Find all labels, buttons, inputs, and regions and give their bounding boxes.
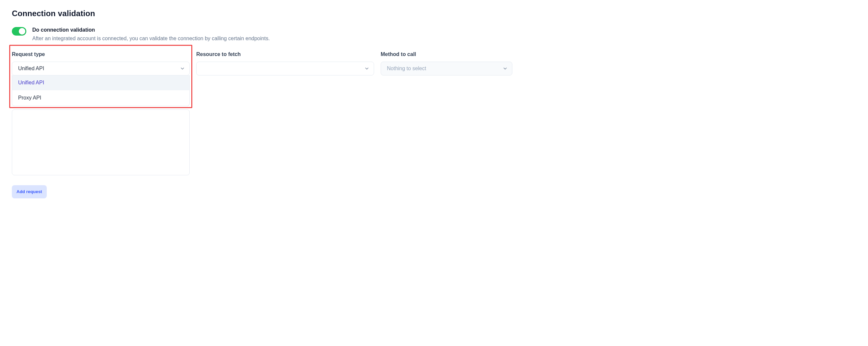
add-request-button[interactable]: Add request bbox=[12, 185, 47, 198]
toggle-description: After an integrated account is connected… bbox=[32, 35, 270, 42]
toggle-label: Do connection validation bbox=[32, 26, 270, 34]
request-type-dropdown: Unified API Proxy API bbox=[12, 75, 190, 106]
toggle-text: Do connection validation After an integr… bbox=[32, 26, 270, 42]
request-type-option-proxy[interactable]: Proxy API bbox=[12, 90, 189, 106]
chevron-down-icon bbox=[502, 65, 508, 71]
resource-to-fetch-column: Resource to fetch bbox=[196, 51, 374, 75]
request-type-selected-value: Unified API bbox=[18, 65, 44, 72]
method-to-call-select: Nothing to select bbox=[381, 62, 513, 76]
request-body-box[interactable] bbox=[12, 109, 190, 175]
fields-row: Request type Unified API Unified API Pro… bbox=[12, 51, 856, 106]
connection-validation-toggle[interactable] bbox=[12, 27, 26, 36]
resource-to-fetch-select[interactable] bbox=[196, 62, 374, 76]
toggle-row: Do connection validation After an integr… bbox=[12, 26, 856, 42]
request-type-label: Request type bbox=[12, 51, 190, 58]
toggle-knob bbox=[19, 28, 25, 35]
method-to-call-placeholder: Nothing to select bbox=[387, 65, 426, 72]
method-to-call-label: Method to call bbox=[381, 51, 513, 58]
chevron-down-icon bbox=[364, 65, 370, 71]
resource-to-fetch-label: Resource to fetch bbox=[196, 51, 374, 58]
request-type-select[interactable]: Unified API bbox=[12, 62, 190, 76]
request-type-column: Request type Unified API Unified API Pro… bbox=[12, 51, 190, 106]
request-type-option-unified[interactable]: Unified API bbox=[12, 75, 189, 90]
method-to-call-column: Method to call Nothing to select bbox=[381, 51, 513, 75]
page-title: Connection validation bbox=[12, 8, 856, 19]
chevron-down-icon bbox=[180, 65, 185, 71]
